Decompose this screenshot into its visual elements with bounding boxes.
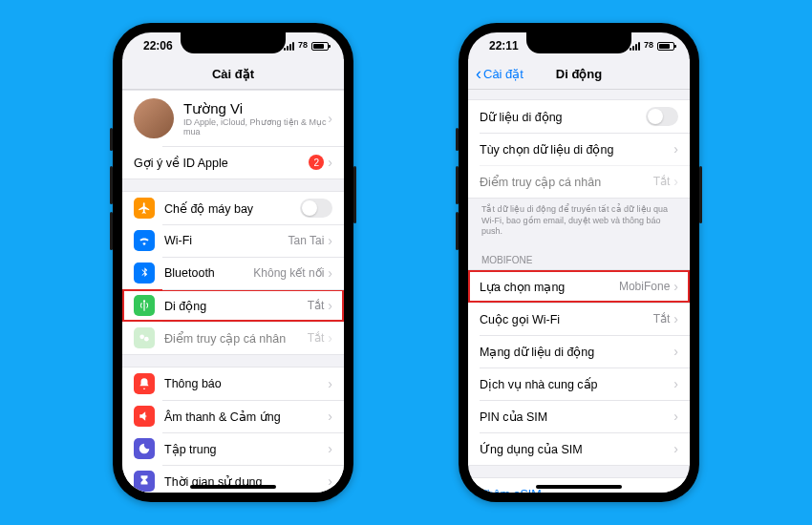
chevron-right-icon: › xyxy=(328,265,332,281)
chevron-right-icon: › xyxy=(328,233,332,248)
phone-right: 22:11 78 ‹ Cài đặt Di động Dữ liệu di độ… xyxy=(459,23,699,502)
bluetooth-icon xyxy=(134,262,155,284)
hourglass-icon xyxy=(134,471,155,492)
side-button xyxy=(353,166,356,223)
chevron-right-icon: › xyxy=(673,441,678,456)
row-hotspot: Điểm truy cập cá nhân Tắt › xyxy=(468,165,690,198)
chevron-right-icon: › xyxy=(328,376,332,391)
chevron-right-icon: › xyxy=(673,279,678,294)
chevron-right-icon: › xyxy=(328,298,332,313)
chevron-right-icon: › xyxy=(673,376,678,391)
side-button xyxy=(110,212,113,250)
side-button xyxy=(110,128,113,151)
chevron-right-icon: › xyxy=(673,409,678,424)
row-cellular[interactable]: Di động Tắt › xyxy=(122,289,344,322)
battery-icon xyxy=(657,42,674,51)
nav-title: Cài đặt xyxy=(212,67,254,81)
row-airplane-mode[interactable]: Chế độ máy bay xyxy=(122,192,344,224)
apple-id-suggestions[interactable]: Gợi ý về ID Apple 2 › xyxy=(122,146,344,178)
side-button xyxy=(110,166,113,204)
row-data-options[interactable]: Tùy chọn dữ liệu di động › xyxy=(468,133,690,165)
side-button xyxy=(456,166,459,204)
notch xyxy=(526,32,631,53)
side-button xyxy=(699,166,702,223)
apple-id-profile[interactable]: Tường Vi ID Apple, iCloud, Phương tiện &… xyxy=(122,91,344,146)
chevron-right-icon: › xyxy=(328,473,332,489)
profile-sub: ID Apple, iCloud, Phương tiện & Mục mua xyxy=(183,117,328,136)
svg-point-1 xyxy=(144,337,149,342)
chevron-right-icon: › xyxy=(673,174,678,189)
badge: 2 xyxy=(309,155,324,170)
row-carrier-services[interactable]: Dịch vụ nhà cung cấp › xyxy=(468,368,690,400)
chevron-left-icon: ‹ xyxy=(476,64,481,84)
status-time: 22:11 xyxy=(489,39,519,52)
chevron-right-icon: › xyxy=(328,441,332,456)
battery-icon xyxy=(311,42,329,51)
moon-icon xyxy=(134,438,155,459)
chevron-right-icon: › xyxy=(673,141,678,157)
battery-percent: 78 xyxy=(298,40,308,50)
airplane-icon xyxy=(134,198,155,219)
nav-bar: Cài đặt xyxy=(122,59,344,90)
chevron-right-icon: › xyxy=(328,330,332,346)
speaker-icon xyxy=(134,406,155,427)
side-button xyxy=(456,128,459,151)
hotspot-icon xyxy=(134,327,155,348)
status-time: 22:06 xyxy=(143,39,173,52)
side-button xyxy=(456,212,459,250)
back-button[interactable]: ‹ Cài đặt xyxy=(476,64,524,84)
airplane-toggle[interactable] xyxy=(300,199,332,218)
notch xyxy=(181,32,286,53)
row-cellular-data[interactable]: Dữ liệu di động xyxy=(468,100,690,133)
chevron-right-icon: › xyxy=(328,111,332,126)
section-mobifone: MOBIFONE xyxy=(468,255,690,269)
profile-name: Tường Vi xyxy=(183,100,328,117)
chevron-right-icon: › xyxy=(673,311,678,326)
nav-title: Di động xyxy=(556,67,602,81)
wifi-icon xyxy=(134,230,155,251)
cellular-data-toggle[interactable] xyxy=(646,107,678,126)
cellular-off-note: Tắt dữ liệu di động để truyền tất cả dữ … xyxy=(468,199,690,243)
bell-icon xyxy=(134,373,155,394)
nav-bar: ‹ Cài đặt Di động xyxy=(468,59,690,90)
home-indicator[interactable] xyxy=(536,485,622,489)
battery-percent: 78 xyxy=(644,40,653,50)
antenna-icon xyxy=(134,295,155,316)
home-indicator[interactable] xyxy=(190,485,276,489)
chevron-right-icon: › xyxy=(673,344,678,359)
row-cellular-data-network[interactable]: Mạng dữ liệu di động › xyxy=(468,335,690,368)
row-hotspot: Điểm truy cập cá nhân Tắt › xyxy=(122,322,344,354)
chevron-right-icon: › xyxy=(328,409,332,424)
row-wifi[interactable]: Wi-Fi Tan Tai › xyxy=(122,224,344,257)
chevron-right-icon: › xyxy=(328,155,332,170)
svg-point-0 xyxy=(139,335,144,340)
row-bluetooth[interactable]: Bluetooth Không kết nối › xyxy=(122,257,344,289)
row-notifications[interactable]: Thông báo › xyxy=(122,368,344,400)
row-sim-pin[interactable]: PIN của SIM › xyxy=(468,400,690,432)
row-focus[interactable]: Tập trung › xyxy=(122,432,344,465)
row-sim-apps[interactable]: Ứng dụng của SIM › xyxy=(468,432,690,465)
avatar xyxy=(134,98,174,138)
row-sounds[interactable]: Âm thanh & Cảm ứng › xyxy=(122,400,344,432)
row-network-selection[interactable]: Lựa chọn mạng MobiFone › xyxy=(468,270,690,303)
row-wifi-calling[interactable]: Cuộc gọi Wi-Fi Tắt › xyxy=(468,303,690,335)
phone-left: 22:06 78 Cài đặt Tường Vi ID Apple, iClo… xyxy=(113,23,353,502)
